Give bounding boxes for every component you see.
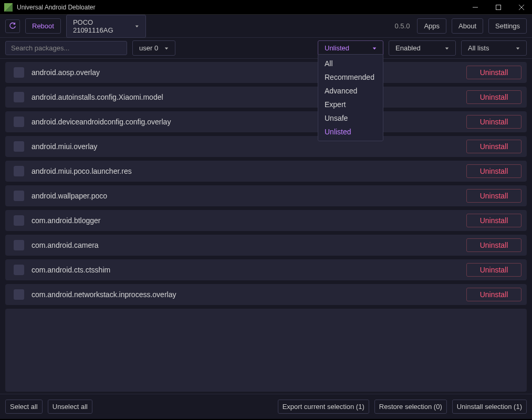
package-row[interactable]: com.android.cts.ctsshimUninstall: [5, 259, 527, 280]
removal-list-option[interactable]: Expert: [318, 98, 383, 111]
select-all-button[interactable]: Select all: [5, 400, 43, 414]
uninstall-button[interactable]: Uninstall: [466, 90, 521, 104]
list-selection-dropdown[interactable]: All lists: [461, 40, 527, 56]
uninstall-button[interactable]: Uninstall: [466, 288, 521, 301]
apps-button[interactable]: Apps: [417, 18, 446, 34]
chevron-down-icon: [135, 24, 139, 28]
uninstall-button[interactable]: Uninstall: [466, 189, 521, 203]
package-name: android.miui.poco.launcher.res: [32, 167, 459, 175]
package-name: com.android.networkstack.inprocess.overl…: [32, 290, 459, 299]
package-checkbox[interactable]: [14, 92, 24, 102]
filter-right-group: Unlisted AllRecommendedAdvancedExpertUns…: [318, 40, 527, 56]
device-dropdown-label: POCO 21091116AG: [73, 18, 131, 34]
maximize-button[interactable]: [492, 1, 505, 14]
svg-marker-5: [165, 47, 168, 49]
package-row[interactable]: com.android.cameraUninstall: [5, 235, 527, 256]
package-checkbox[interactable]: [14, 191, 24, 201]
minimize-button[interactable]: [469, 1, 482, 14]
package-name: android.aosp.overlay: [32, 68, 459, 77]
package-name: com.android.cts.ctsshim: [32, 266, 459, 274]
package-row[interactable]: android.deviceandroidconfig.config.overl…: [5, 111, 527, 132]
removal-list-option[interactable]: Recommended: [318, 70, 383, 84]
chevron-down-icon: [516, 46, 520, 50]
package-checkbox[interactable]: [14, 215, 24, 226]
state-dropdown-label: Enabled: [395, 44, 421, 52]
svg-rect-1: [496, 5, 501, 9]
chevron-down-icon: [164, 46, 169, 50]
uninstall-button[interactable]: Uninstall: [466, 164, 521, 178]
user-dropdown-label: user 0: [139, 44, 158, 52]
svg-marker-8: [516, 47, 519, 49]
package-checkbox[interactable]: [14, 240, 24, 250]
uninstall-button[interactable]: Uninstall: [466, 66, 521, 79]
package-row[interactable]: android.autoinstalls.config.Xiaomi.model…: [5, 87, 527, 108]
app-icon: [4, 3, 13, 12]
export-selection-button[interactable]: Export current selection (1): [278, 400, 369, 414]
svg-marker-4: [135, 25, 139, 27]
toolbar: Reboot POCO 21091116AG 0.5.0 Apps About …: [0, 15, 532, 38]
package-name: com.android.btlogger: [32, 216, 459, 225]
info-panel: [5, 309, 527, 392]
uninstall-button[interactable]: Uninstall: [466, 238, 521, 252]
package-checkbox[interactable]: [14, 141, 24, 152]
svg-marker-7: [445, 47, 448, 49]
removal-list-option[interactable]: Unlisted: [318, 125, 383, 139]
package-name: android.miui.overlay: [32, 142, 459, 151]
search-input[interactable]: [5, 41, 127, 55]
device-dropdown[interactable]: POCO 21091116AG: [66, 15, 146, 38]
package-name: android.autoinstalls.config.Xiaomi.model: [32, 93, 459, 101]
removal-list-option[interactable]: Advanced: [318, 84, 383, 98]
restore-selection-button[interactable]: Restore selection (0): [374, 400, 447, 414]
close-button[interactable]: [515, 1, 528, 14]
chevron-down-icon: [445, 46, 449, 50]
list-selection-label: All lists: [468, 44, 489, 52]
package-checkbox[interactable]: [14, 265, 24, 275]
package-row[interactable]: android.miui.overlayUninstall: [5, 136, 527, 157]
window-title: Universal Android Debloater: [17, 4, 469, 11]
state-dropdown[interactable]: Enabled: [389, 40, 456, 56]
package-list[interactable]: android.aosp.overlayUninstallandroid.aut…: [0, 59, 532, 394]
package-name: com.android.camera: [32, 241, 459, 249]
package-checkbox[interactable]: [14, 166, 24, 176]
uninstall-button[interactable]: Uninstall: [466, 263, 521, 277]
window-controls: [469, 1, 528, 14]
uninstall-button[interactable]: Uninstall: [466, 115, 521, 129]
version-label: 0.5.0: [394, 22, 410, 30]
package-row[interactable]: com.android.btloggerUninstall: [5, 210, 527, 231]
uninstall-selection-button[interactable]: Uninstall selection (1): [452, 400, 527, 414]
removal-list-label: Unlisted: [325, 44, 349, 52]
package-name: android.deviceandroidconfig.config.overl…: [32, 118, 459, 126]
refresh-button[interactable]: [5, 19, 20, 33]
removal-list-option[interactable]: Unsafe: [318, 111, 383, 125]
removal-list-menu: AllRecommendedAdvancedExpertUnsafeUnlist…: [318, 54, 383, 141]
package-row[interactable]: android.aosp.overlayUninstall: [5, 62, 527, 83]
package-name: android.wallpaper.poco: [32, 192, 459, 200]
svg-marker-6: [373, 47, 376, 49]
package-checkbox[interactable]: [14, 289, 24, 300]
package-checkbox[interactable]: [14, 67, 24, 78]
package-row[interactable]: com.android.networkstack.inprocess.overl…: [5, 284, 527, 305]
removal-list-option[interactable]: All: [318, 57, 383, 70]
about-button[interactable]: About: [452, 18, 483, 34]
reboot-button[interactable]: Reboot: [25, 18, 61, 34]
unselect-all-button[interactable]: Unselect all: [48, 400, 92, 414]
settings-button[interactable]: Settings: [488, 18, 527, 34]
user-dropdown[interactable]: user 0: [132, 40, 175, 56]
package-row[interactable]: android.miui.poco.launcher.resUninstall: [5, 161, 527, 182]
package-row[interactable]: android.wallpaper.pocoUninstall: [5, 185, 527, 206]
uninstall-button[interactable]: Uninstall: [466, 214, 521, 227]
removal-list-dropdown[interactable]: Unlisted: [318, 40, 383, 56]
uninstall-button[interactable]: Uninstall: [466, 140, 521, 153]
footer: Select all Unselect all Export current s…: [0, 394, 532, 419]
package-checkbox[interactable]: [14, 117, 24, 127]
filterbar: user 0 Unlisted AllRecommendedAdvancedEx…: [0, 38, 532, 59]
chevron-down-icon: [372, 46, 377, 50]
titlebar: Universal Android Debloater: [0, 0, 532, 15]
